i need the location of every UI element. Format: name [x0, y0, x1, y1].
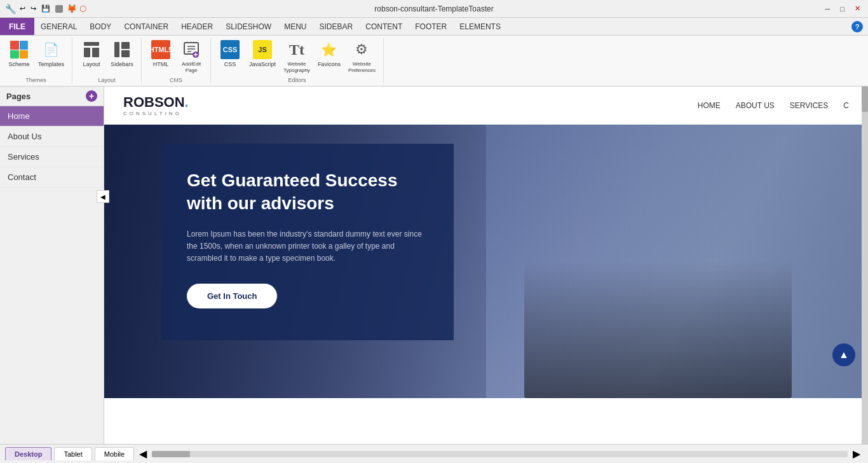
addedit-button[interactable]: Add/EditPage — [177, 38, 205, 74]
file-menu[interactable]: FILE — [0, 18, 34, 35]
hero-section: Get Guaranteed Successwith our advisors … — [104, 125, 868, 398]
firefox-icon[interactable]: 🦊 — [67, 4, 77, 13]
nav-services[interactable]: SERVICES — [790, 101, 828, 110]
layout-button[interactable]: Layout — [78, 38, 105, 69]
scheme-button[interactable]: Scheme — [5, 38, 33, 69]
menu-general[interactable]: GENERAL — [34, 18, 83, 35]
html-button[interactable]: HTML5 HTML — [147, 38, 175, 69]
website-preferences-button[interactable]: ⚙ WebsitePreferences — [346, 38, 378, 74]
layout-label: Layout — [83, 61, 100, 68]
page-item-services[interactable]: Services — [0, 147, 104, 167]
menu-menu[interactable]: MENU — [278, 18, 313, 35]
ribbon-editors-group: CSS CSS JS JavaScript Tt WebsiteTypograp… — [211, 38, 384, 83]
collapse-panel-button[interactable]: ◀ — [97, 190, 109, 203]
maximize-button[interactable]: □ — [837, 5, 847, 13]
favicons-label: Favicons — [318, 61, 341, 68]
favicons-icon: ⭐ — [319, 39, 339, 60]
main-area: ◀ Pages + Home About Us Services Contact… — [0, 86, 868, 444]
html5-badge-icon: HTML5 — [151, 39, 171, 60]
pages-title: Pages — [6, 92, 31, 101]
undo-icon[interactable]: ↩ — [20, 4, 25, 13]
menu-slideshow[interactable]: SLIDESHOW — [219, 18, 278, 35]
logo-area: ROBSON. CONSULTING — [123, 94, 189, 116]
menu-elements[interactable]: ELEMENTS — [453, 18, 507, 35]
svg-rect-5 — [121, 50, 130, 57]
save-icon[interactable]: 💾 — [41, 4, 50, 13]
redo-icon[interactable]: ↪ — [31, 4, 36, 13]
javascript-button[interactable]: JS JavaScript — [247, 38, 278, 69]
menu-footer[interactable]: FOOTER — [409, 18, 453, 35]
js-label: JavaScript — [249, 61, 276, 68]
menu-container[interactable]: CONTAINER — [118, 18, 175, 35]
css-label: CSS — [224, 61, 236, 68]
scroll-up-button[interactable]: ▲ — [832, 343, 855, 366]
h-scroll-thumb[interactable] — [152, 451, 190, 457]
scroll-left-button[interactable]: ◀ — [137, 448, 149, 460]
templates-label: Templates — [38, 61, 64, 68]
preview-navbar: ROBSON. CONSULTING HOME ABOUT US SERVICE… — [104, 86, 868, 125]
svg-rect-1 — [84, 48, 90, 57]
addedit-icon — [181, 39, 201, 60]
help-icon[interactable]: ? — [851, 21, 863, 32]
page-item-home[interactable]: Home — [0, 106, 104, 127]
cms-items: HTML5 HTML Add/EditPage — [147, 38, 205, 76]
cms-group-label: CMS — [170, 77, 182, 83]
sidebars-button[interactable]: Sidebars — [108, 38, 136, 69]
favicons-button[interactable]: ⭐ Favicons — [315, 38, 343, 69]
left-panel: Pages + Home About Us Services Contact — [0, 86, 104, 444]
window-controls: ─ □ ✕ — [823, 4, 863, 13]
tab-desktop[interactable]: Desktop — [5, 447, 51, 460]
cta-button[interactable]: Get In Touch — [187, 284, 277, 308]
html-label: HTML — [153, 61, 169, 68]
layout-group-label: Layout — [98, 77, 116, 83]
menu-header[interactable]: HEADER — [175, 18, 219, 35]
typography-label: WebsiteTypography — [283, 61, 310, 73]
page-item-contact[interactable]: Contact — [0, 167, 104, 188]
nav-more[interactable]: C — [843, 101, 849, 110]
pages-header: Pages + — [0, 86, 104, 106]
svg-rect-3 — [114, 42, 119, 57]
nav-home[interactable]: HOME — [698, 101, 721, 110]
menu-body[interactable]: BODY — [83, 18, 118, 35]
editors-group-label: Editors — [288, 77, 306, 83]
ribbon-cms-group: HTML5 HTML Add/EditPage — [142, 38, 211, 83]
bottom-bar: Desktop Tablet Mobile ◀ ▶ — [0, 444, 868, 463]
ribbon-layout-group: Layout Sidebars Layout — [72, 38, 142, 83]
html5-icon[interactable]: ⬡ — [79, 4, 86, 13]
vertical-scrollbar[interactable] — [862, 86, 868, 444]
menu-sidebar[interactable]: SIDEBAR — [313, 18, 360, 35]
addedit-label: Add/EditPage — [182, 61, 201, 73]
scroll-right-button[interactable]: ▶ — [850, 448, 863, 460]
svg-rect-4 — [121, 42, 130, 49]
nav-about[interactable]: ABOUT US — [736, 101, 775, 110]
title-left: 🔧 ↩ ↪ 💾 🦊 ⬡ — [5, 4, 86, 14]
website-preview: ROBSON. CONSULTING HOME ABOUT US SERVICE… — [104, 86, 868, 444]
page-item-about[interactable]: About Us — [0, 127, 104, 147]
tab-tablet[interactable]: Tablet — [54, 447, 92, 460]
css-button[interactable]: CSS CSS — [216, 38, 244, 69]
sidebars-label: Sidebars — [111, 61, 133, 68]
minimize-button[interactable]: ─ — [823, 5, 833, 13]
horizontal-scrollbar[interactable] — [152, 451, 848, 457]
ribbon: Scheme 📄 Templates Themes Layout — [0, 36, 868, 86]
scheme-label: Scheme — [8, 61, 29, 68]
title-bar: 🔧 ↩ ↪ 💾 🦊 ⬡ robson-consultant-TemplateTo… — [0, 0, 868, 18]
gear-icon: ⚙ — [351, 39, 372, 60]
tab-mobile[interactable]: Mobile — [95, 447, 134, 460]
menu-content[interactable]: CONTENT — [359, 18, 409, 35]
js-badge-icon: JS — [252, 39, 273, 60]
svg-rect-2 — [92, 48, 99, 57]
logo-subtitle: CONSULTING — [123, 111, 189, 116]
templates-button[interactable]: 📄 Templates — [36, 38, 67, 69]
nav-links: HOME ABOUT US SERVICES C — [698, 101, 849, 110]
website-typography-button[interactable]: Tt WebsiteTypography — [281, 38, 313, 74]
tool1-icon[interactable] — [55, 5, 63, 13]
layout-icon — [81, 39, 102, 60]
ribbon-themes-group: Scheme 📄 Templates Themes — [0, 38, 72, 83]
close-button[interactable]: ✕ — [852, 4, 863, 13]
add-page-button[interactable]: + — [86, 90, 97, 102]
scrollbar-thumb[interactable] — [862, 86, 868, 112]
logo-text: ROBSON. — [123, 94, 189, 111]
hero-title: Get Guaranteed Successwith our advisors — [187, 169, 428, 216]
templates-icon: 📄 — [41, 39, 62, 60]
